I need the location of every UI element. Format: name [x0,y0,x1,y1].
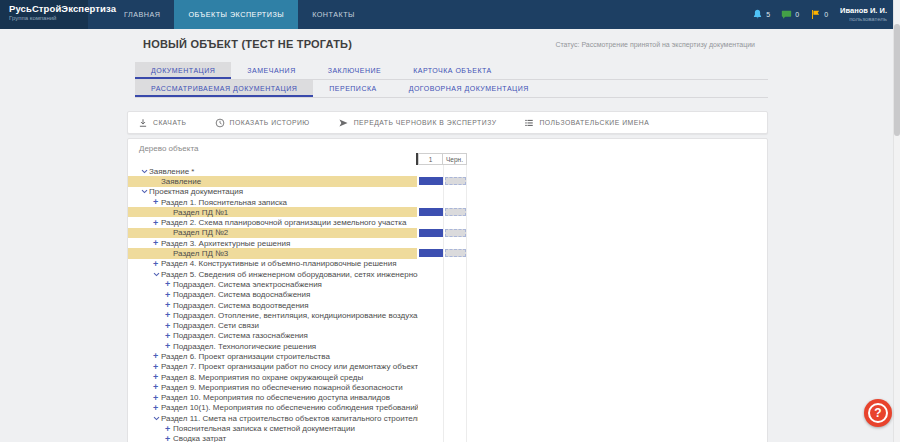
plus-icon[interactable]: + [153,363,161,371]
tree-row-label: +Подраздел. Отопление, вентиляция, конди… [128,310,418,320]
version-bar-primary[interactable] [419,229,443,237]
user-menu[interactable]: Иванов И. И. пользователь [840,6,887,23]
tree-row[interactable]: Раздел ПД №2 [128,228,767,238]
tree-row[interactable]: +Подраздел. Система электроснабжения [128,279,767,289]
version-bar-draft[interactable] [445,208,466,216]
chat-notification[interactable]: 0 [781,9,799,20]
plus-icon[interactable]: + [153,198,161,206]
tree-node-text: Раздел 10. Мероприятия по обеспечению до… [161,393,390,402]
tab-договорная-документация[interactable]: ДОГОВОРНАЯ ДОКУМЕНТАЦИЯ [393,80,545,97]
tree-node-text: Заявление [161,177,201,186]
plus-icon[interactable]: + [165,301,173,309]
tree-node-text: Раздел 1. Пояснительная записка [161,198,287,207]
tree-node-text: Раздел 3. Архитектурные решения [161,239,290,248]
tree-node-text: Раздел 8. Мероприятия по охране окружающ… [161,373,363,382]
version-bar-draft[interactable] [445,177,466,185]
tree-row[interactable]: Заявление * [128,166,767,176]
logo-subtitle: Группа компаний [9,15,88,21]
tree-row[interactable]: +Раздел 1. Пояснительная записка [128,197,767,207]
version-bar-primary[interactable] [419,208,443,216]
vertical-scrollbar[interactable] [893,0,900,442]
tree-row-label: +Раздел 6. Проект организации строительс… [128,351,418,361]
tree-row-label: Раздел 5. Сведения об инженерном оборудо… [128,269,418,279]
version-bar-draft[interactable] [445,249,466,257]
tree-row[interactable]: Заявление [128,176,767,186]
tree-row[interactable]: Проектная документация [128,187,767,197]
tree-node-text: Раздел 5. Сведения об инженерном оборудо… [161,270,418,279]
user-name: Иванов И. И. [840,6,887,15]
tab-замечания[interactable]: ЗАМЕЧАНИЯ [231,62,311,79]
nav-item[interactable]: ОБЪЕКТЫ ЭКСПЕРТИЗЫ [174,0,298,29]
tree-row[interactable]: +Подраздел. Система водоотведения [128,300,767,310]
tree-row[interactable]: +Подраздел. Система водоснабжения [128,290,767,300]
tree-row[interactable]: +Раздел 8. Мероприятия по охране окружаю… [128,372,767,382]
tab-рассматриваемая-документация[interactable]: РАССМАТРИВАЕМАЯ ДОКУМЕНТАЦИЯ [135,80,313,97]
plus-icon[interactable]: + [153,352,161,360]
пользовательские-имена-button[interactable]: ПОЛЬЗОВАТЕЛЬСКИЕ ИМЕНА [524,118,649,128]
version-bar-primary[interactable] [419,249,443,257]
chat-icon [781,9,792,20]
nav-item[interactable]: КОНТАКТЫ [298,0,369,29]
tab-документация[interactable]: ДОКУМЕНТАЦИЯ [135,62,231,79]
chevron-down-icon[interactable] [153,416,161,421]
plus-icon[interactable]: + [165,322,173,330]
chevron-down-icon[interactable] [153,272,161,277]
tree-node-text: Подраздел. Система газоснабжения [173,331,308,340]
plus-icon[interactable]: + [153,239,161,247]
tree-row-label: +Подраздел. Система электроснабжения [128,279,418,289]
plus-icon[interactable]: + [153,219,161,227]
передать-черновик-в-экспертизу-button[interactable]: ПЕРЕДАТЬ ЧЕРНОВИК В ЭКСПЕРТИЗУ [338,118,497,128]
tree-row[interactable]: +Раздел 3. Архитектурные решения [128,238,767,248]
tree-row[interactable]: Раздел 11. Смета на строительство объект… [128,413,767,423]
send-icon [338,118,349,128]
chevron-down-icon[interactable] [141,169,149,174]
tree-row[interactable]: +Раздел 6. Проект организации строительс… [128,351,767,361]
tree-row[interactable]: +Раздел 10. Мероприятия по обеспечению д… [128,393,767,403]
tree-row[interactable]: +Подраздел. Система газоснабжения [128,331,767,341]
tree-row[interactable]: +Раздел 7. Проект организации работ по с… [128,362,767,372]
tree-row[interactable]: +Раздел 9. Мероприятия по обеспечению по… [128,382,767,392]
version-bar-draft[interactable] [445,229,466,237]
plus-icon[interactable]: + [153,404,161,412]
chevron-down-icon[interactable] [141,189,149,194]
tree-row[interactable]: +Сводка затрат [128,434,767,442]
tree-row[interactable]: +Раздел 10(1). Мероприятия по обеспечени… [128,403,767,413]
scrollbar-thumb[interactable] [894,24,900,136]
version-bar-primary[interactable] [419,177,443,185]
plus-icon[interactable]: + [165,342,173,350]
tree-row[interactable]: +Подраздел. Сети связи [128,320,767,330]
plus-icon[interactable]: + [153,260,161,268]
bell-notification[interactable]: 5 [752,9,770,20]
plus-icon[interactable]: + [165,425,173,433]
tree-row[interactable]: Раздел ПД №1 [128,207,767,217]
plus-icon[interactable]: + [165,291,173,299]
tree-row-label: +Подраздел. Система водоотведения [128,300,418,310]
flag-notification[interactable]: 0 [810,9,828,20]
показать-историю-button[interactable]: ПОКАЗАТЬ ИСТОРИЮ [215,118,310,128]
plus-icon[interactable]: + [153,383,161,391]
app-logo[interactable]: РусьСтройЭкспертиза Группа компаний [0,0,88,29]
tree-row[interactable]: +Пояснительная записка к сметной докумен… [128,423,767,433]
tree-row[interactable]: Раздел ПД №3 [128,248,767,258]
plus-icon[interactable]: + [153,394,161,402]
help-button[interactable]: ? [864,399,892,427]
tree-row[interactable]: +Подраздел. Технологические решения [128,341,767,351]
navbar-menu: ГЛАВНАЯОБЪЕКТЫ ЭКСПЕРТИЗЫКОНТАКТЫ [110,0,369,29]
user-role: пользователь [840,15,887,23]
plus-icon[interactable]: + [165,280,173,288]
plus-icon[interactable]: + [165,311,173,319]
tree-node-text: Раздел 6. Проект организации строительст… [161,352,330,361]
tree-row[interactable]: Раздел 5. Сведения об инженерном оборудо… [128,269,767,279]
nav-item[interactable]: ГЛАВНАЯ [110,0,174,29]
tab-заключение[interactable]: ЗАКЛЮЧЕНИЕ [312,62,398,79]
tab-карточка-объекта[interactable]: КАРТОЧКА ОБЪЕКТА [397,62,508,79]
скачать-button[interactable]: СКАЧАТЬ [138,118,187,128]
tree-node-text: Раздел ПД №3 [173,249,228,258]
tree-row[interactable]: +Раздел 2. Схема планировочной организац… [128,217,767,227]
plus-icon[interactable]: + [165,435,173,442]
tab-переписка[interactable]: ПЕРЕПИСКА [313,80,392,97]
plus-icon[interactable]: + [165,332,173,340]
tree-row[interactable]: +Раздел 4. Конструктивные и объемно-план… [128,259,767,269]
tree-row[interactable]: +Подраздел. Отопление, вентиляция, конди… [128,310,767,320]
plus-icon[interactable]: + [153,373,161,381]
